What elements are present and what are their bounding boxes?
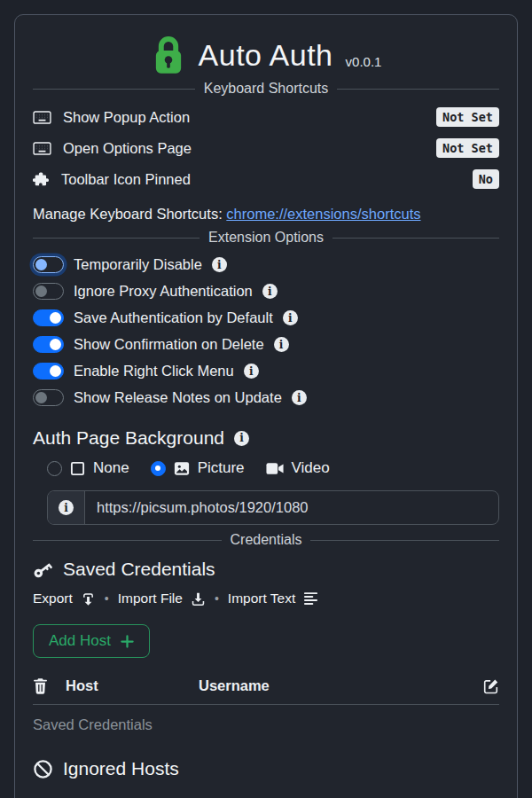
delete-all-icon[interactable] [33, 677, 66, 694]
app-version: v0.0.1 [346, 54, 382, 75]
info-icon[interactable]: i [244, 364, 259, 379]
plus-icon [121, 635, 134, 648]
option-row-release-notes: Show Release Notes on Update i [33, 389, 499, 406]
shortcut-value-badge: No [473, 169, 499, 189]
credentials-divider: Credentials [33, 532, 499, 548]
right-click-menu-toggle[interactable] [33, 363, 64, 379]
option-row-save-auth-default: Save Authentication by Default i [33, 309, 499, 326]
shortcut-value-badge: Not Set [436, 138, 499, 158]
export-label: Export [33, 591, 73, 606]
option-label: Enable Right Click Menu [74, 363, 234, 379]
divider-line [337, 89, 499, 90]
save-auth-default-toggle[interactable] [33, 309, 64, 326]
edit-icon[interactable] [483, 678, 499, 694]
option-label: Show Release Notes on Update [74, 389, 282, 406]
option-row-right-click-menu: Enable Right Click Menu i [33, 363, 499, 379]
option-label: Temporarily Disable [74, 256, 202, 273]
option-label: Ignore Proxy Authentication [74, 283, 253, 300]
import-file-link[interactable]: Import File [118, 591, 206, 606]
radio-option-picture[interactable]: Picture [151, 459, 245, 477]
divider-label: Keyboard Shortcuts [204, 81, 329, 97]
video-icon [266, 462, 284, 475]
url-input-addon: i [48, 491, 85, 524]
ignored-hosts-heading: Ignored Hosts [33, 758, 499, 779]
confirm-delete-toggle[interactable] [33, 336, 64, 353]
divider-line [33, 89, 195, 90]
saved-credentials-heading: Saved Credentials [33, 559, 499, 580]
separator-dot: • [215, 591, 219, 606]
option-row-confirm-delete: Show Confirmation on Delete i [33, 336, 499, 353]
manage-shortcuts-link[interactable]: chrome://extensions/shortcuts [226, 206, 420, 222]
extension-options-divider: Extension Options [33, 230, 499, 246]
option-label: Save Authentication by Default [74, 309, 273, 326]
background-radio-group: None Picture Video [47, 459, 499, 477]
separator-dot: • [105, 591, 109, 606]
saved-credentials-table-header: Host Username [33, 670, 499, 705]
username-column-header: Username [199, 677, 483, 694]
heading-label: Auth Page Background [33, 427, 224, 449]
shortcut-label: Show Popup Action [63, 109, 190, 126]
radio-option-none[interactable]: None [47, 459, 129, 477]
export-import-row: Export • Import File • Import Text [33, 591, 499, 606]
keyboard-icon [33, 110, 51, 125]
ignore-proxy-toggle[interactable] [33, 283, 64, 300]
radio-label: Video [292, 459, 330, 477]
none-radio[interactable] [47, 461, 62, 476]
add-host-button[interactable]: Add Host [33, 624, 150, 658]
shortcut-row-toolbar-pinned: Toolbar Icon Pinned No [33, 169, 499, 189]
picture-radio[interactable] [151, 461, 166, 476]
radio-label: None [93, 459, 129, 477]
info-icon[interactable]: i [234, 431, 249, 446]
shortcut-row-show-popup: Show Popup Action Not Set [33, 107, 499, 127]
shortcut-row-open-options: Open Options Page Not Set [33, 138, 499, 158]
shortcut-label: Toolbar Icon Pinned [61, 171, 191, 188]
import-file-icon [191, 591, 206, 606]
import-text-link[interactable]: Import Text [228, 591, 318, 606]
background-url-input[interactable] [85, 491, 498, 524]
info-icon[interactable]: i [212, 257, 227, 272]
info-icon: i [59, 500, 74, 515]
divider-line [33, 540, 222, 541]
info-icon[interactable]: i [292, 390, 307, 405]
key-icon [33, 559, 53, 580]
keyboard-shortcuts-divider: Keyboard Shortcuts [33, 81, 499, 97]
options-page-card: Auto Auth v0.0.1 Keyboard Shortcuts Show… [14, 14, 518, 798]
export-link[interactable]: Export [33, 591, 96, 606]
image-icon [174, 461, 190, 476]
info-icon[interactable]: i [262, 284, 278, 299]
text-lines-icon [303, 591, 318, 606]
divider-label: Extension Options [208, 230, 324, 246]
heading-label: Ignored Hosts [63, 758, 179, 779]
host-column-header: Host [66, 677, 199, 694]
radio-option-video[interactable]: Video [266, 459, 330, 477]
ignored-hosts-table-header: Host [33, 790, 499, 798]
option-row-ignore-proxy: Ignore Proxy Authentication i [33, 283, 499, 300]
info-icon[interactable]: i [283, 310, 298, 325]
auth-background-heading: Auth Page Background i [33, 427, 499, 449]
divider-line [33, 238, 200, 239]
shortcut-label: Open Options Page [63, 140, 192, 157]
puzzle-icon [33, 171, 50, 188]
saved-credentials-empty-text: Saved Credentials [33, 716, 499, 733]
background-url-input-group: i [47, 490, 499, 525]
import-text-label: Import Text [228, 591, 295, 606]
release-notes-toggle[interactable] [33, 389, 64, 406]
shortcut-value-badge: Not Set [436, 107, 499, 127]
manage-shortcuts-label: Manage Keyboard Shortcuts: [33, 206, 223, 222]
heading-label: Saved Credentials [63, 559, 215, 580]
add-host-label: Add Host [49, 632, 111, 650]
page-title: Auto Auth [199, 38, 333, 73]
manage-shortcuts-line: Manage Keyboard Shortcuts: chrome://exte… [33, 206, 499, 223]
lock-icon [151, 35, 186, 75]
export-icon [81, 591, 96, 606]
info-icon[interactable]: i [274, 337, 289, 352]
divider-label: Credentials [231, 532, 302, 548]
keyboard-icon [33, 141, 51, 156]
slash-circle-icon [33, 759, 53, 779]
option-row-temporarily-disable: Temporarily Disable i [33, 256, 499, 273]
divider-line [332, 238, 499, 239]
app-header: Auto Auth v0.0.1 [33, 35, 499, 75]
temporarily-disable-toggle[interactable] [33, 256, 64, 273]
radio-label: Picture [198, 459, 245, 477]
import-file-label: Import File [118, 591, 183, 606]
